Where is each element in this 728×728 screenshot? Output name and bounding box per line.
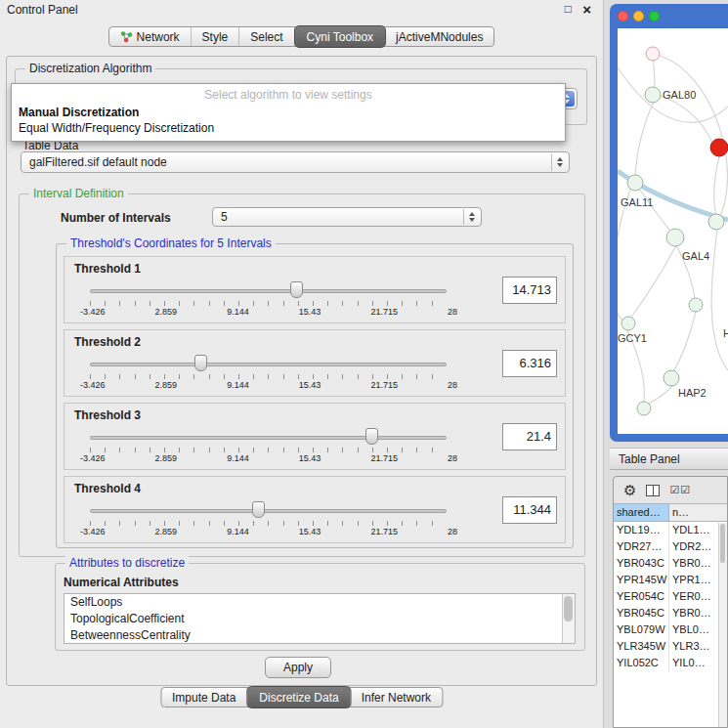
slider-ticks xyxy=(90,374,447,379)
network-node[interactable] xyxy=(708,214,724,230)
columns-icon[interactable] xyxy=(646,485,660,496)
threshold-4-handle[interactable] xyxy=(252,501,265,518)
cell[interactable]: YDL19… xyxy=(614,522,669,538)
table-data-combobox-value: galFiltered.sif default node xyxy=(29,155,167,169)
threshold-1-label: Threshold 1 xyxy=(74,262,141,276)
threshold-1-handle[interactable] xyxy=(290,281,303,298)
slider-track[interactable] xyxy=(90,509,447,513)
network-node[interactable] xyxy=(646,47,660,61)
cell[interactable]: YBR043C xyxy=(614,555,669,572)
cell[interactable]: YPR145W xyxy=(614,572,669,588)
list-item[interactable]: SelfLoops xyxy=(64,594,575,611)
threshold-3-value-field[interactable]: 21.4 xyxy=(502,423,557,450)
table-row[interactable]: YIL052CYIL0… xyxy=(614,655,727,671)
float-window-icon[interactable]: □ xyxy=(565,2,572,16)
tab-select[interactable]: Select xyxy=(239,27,294,46)
network-node[interactable] xyxy=(689,298,703,312)
list-item[interactable]: TopologicalCoefficient xyxy=(64,611,575,627)
table-row[interactable]: YLR345WYLR3… xyxy=(614,638,727,655)
number-of-intervals-label: Number of Intervals xyxy=(61,211,171,225)
table-scrollbar[interactable] xyxy=(718,523,727,727)
tab-jactivemnodules[interactable]: jActiveMNodules xyxy=(385,27,493,46)
network-node-gcy1[interactable] xyxy=(621,317,635,330)
network-node-gal80[interactable] xyxy=(645,87,661,103)
control-panel-window: Control Panel □ × Network Style Select C… xyxy=(0,0,604,728)
table-row[interactable]: YBL079WYBL0… xyxy=(614,621,727,638)
network-node-gal11[interactable] xyxy=(627,175,643,191)
selected-red-node[interactable] xyxy=(710,139,728,156)
threshold-4-value-field[interactable]: 11.344 xyxy=(502,496,557,524)
tick-label: 2.859 xyxy=(155,380,178,390)
close-traffic-light[interactable] xyxy=(618,11,628,21)
network-node[interactable] xyxy=(637,402,651,415)
table-row[interactable]: YER054CYER0… xyxy=(614,588,727,605)
threshold-3-panel: Threshold 3 -3.426 2.859 9.144 15.43 21.… xyxy=(64,403,566,470)
cell[interactable]: YLR345W xyxy=(614,638,669,655)
table-panel-title: Table Panel xyxy=(619,452,680,466)
table-row[interactable]: YDL19…YDL1… xyxy=(614,522,727,538)
table-row[interactable]: YBR043CYBR0… xyxy=(614,555,727,572)
node-label: GAL11 xyxy=(621,196,653,208)
tab-infer-network[interactable]: Infer Network xyxy=(351,688,442,707)
cell[interactable]: YBR045C xyxy=(614,605,669,621)
attributes-list-scrollbar[interactable] xyxy=(562,594,575,643)
cell[interactable]: YDR27… xyxy=(614,538,669,555)
tab-cyni-toolbox[interactable]: Cyni Toolbox xyxy=(294,25,386,48)
tick-label: 2.859 xyxy=(155,307,178,317)
threshold-2-value-field[interactable]: 6.316 xyxy=(502,350,557,377)
threshold-4-panel: Threshold 4 -3.426 2.859 9.144 15.43 21.… xyxy=(64,476,566,543)
slider-track[interactable] xyxy=(90,436,447,440)
scrollbar-thumb[interactable] xyxy=(564,596,573,621)
threshold-1-slider[interactable] xyxy=(90,280,447,300)
table-data-combobox[interactable]: galFiltered.sif default node xyxy=(21,151,570,173)
list-item[interactable]: BetweennessCentrality xyxy=(64,627,575,644)
column-header-name[interactable]: n… xyxy=(669,504,727,521)
tab-style[interactable]: Style xyxy=(192,27,240,46)
threshold-2-slider[interactable] xyxy=(90,354,447,373)
threshold-3-slider[interactable] xyxy=(90,427,447,447)
minimize-traffic-light[interactable] xyxy=(633,11,644,21)
close-icon[interactable]: × xyxy=(582,1,591,18)
threshold-2-handle[interactable] xyxy=(194,355,207,371)
tick-label: 21.715 xyxy=(370,527,398,536)
threshold-3-handle[interactable] xyxy=(365,428,378,445)
node-label: GAL4 xyxy=(682,250,709,262)
tab-network[interactable]: Network xyxy=(109,27,192,46)
tick-label: 15.43 xyxy=(299,380,321,390)
cell[interactable]: YER054C xyxy=(614,588,669,605)
slider-tick-labels: -3.426 2.859 9.144 15.43 21.715 28 xyxy=(80,380,457,390)
tick-label: 15.43 xyxy=(299,307,321,317)
network-canvas[interactable]: GAL80 GAL11 GAL4 GCY1 HAP2 H xyxy=(618,28,728,434)
attributes-list: SelfLoops TopologicalCoefficient Between… xyxy=(64,593,576,644)
apply-button[interactable]: Apply xyxy=(265,657,331,678)
scrollbar-thumb[interactable] xyxy=(720,524,725,563)
panel-title: Control Panel xyxy=(7,3,78,17)
tick-label: 15.43 xyxy=(299,453,321,463)
tab-impute-data[interactable]: Impute Data xyxy=(161,688,247,707)
table-row[interactable]: YPR145WYPR1… xyxy=(614,572,727,588)
tick-label: -3.426 xyxy=(80,307,106,317)
gear-icon[interactable]: ⚙ xyxy=(623,483,636,497)
tick-label: 15.43 xyxy=(299,527,321,536)
network-node-hap2[interactable] xyxy=(664,370,679,386)
threshold-1-value-field[interactable]: 14.713 xyxy=(502,277,557,304)
select-columns-checkboxes-icon[interactable]: ☑☑ xyxy=(669,484,691,496)
tick-label: 28 xyxy=(448,307,457,317)
slider-track[interactable] xyxy=(90,363,447,366)
tab-discretize-data[interactable]: Discretize Data xyxy=(246,686,351,708)
slider-track[interactable] xyxy=(90,289,447,293)
dropdown-option-manual[interactable]: Manual Discretization xyxy=(12,105,565,120)
table-row[interactable]: YDR27…YDR2… xyxy=(614,538,727,555)
network-graph[interactable]: GAL80 GAL11 GAL4 GCY1 HAP2 H xyxy=(618,28,728,434)
dropdown-option-equal-width[interactable]: Equal Width/Frequency Discretization xyxy=(12,120,565,136)
network-icon xyxy=(120,30,133,43)
zoom-traffic-light[interactable] xyxy=(649,11,660,21)
number-of-intervals-combobox[interactable]: 5 xyxy=(212,207,482,227)
threshold-4-slider[interactable] xyxy=(90,500,447,520)
column-header-shared-name[interactable]: shared… xyxy=(614,504,669,521)
network-node-gal4[interactable] xyxy=(666,229,684,246)
cell[interactable]: YBL079W xyxy=(614,621,669,638)
cell[interactable]: YIL052C xyxy=(614,655,669,671)
bottom-tab-bar: Impute Data Discretize Data Infer Networ… xyxy=(160,687,443,707)
table-row[interactable]: YBR045CYBR0… xyxy=(614,605,727,621)
